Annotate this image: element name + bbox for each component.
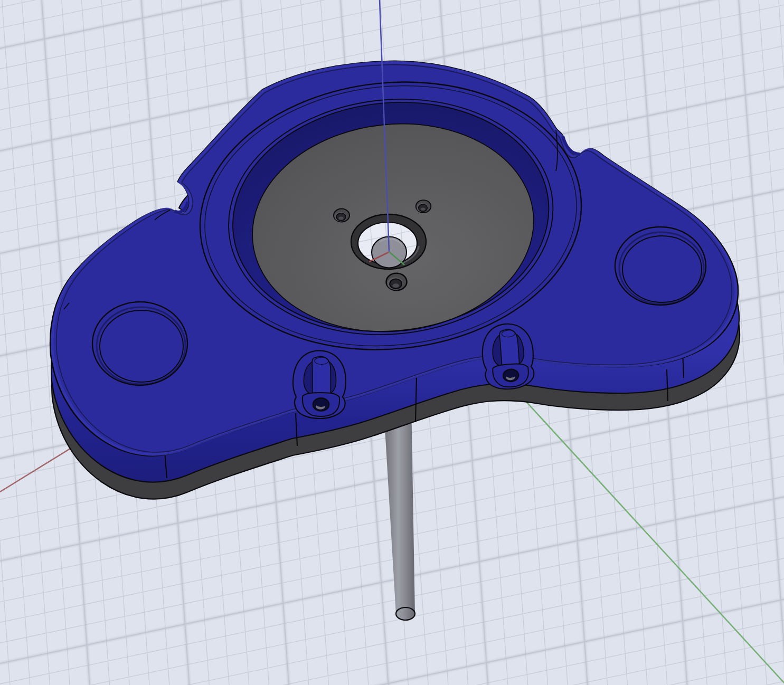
screw-hole-bottom[interactable]: [386, 273, 407, 291]
viewport-canvas[interactable]: [0, 0, 784, 685]
rod-bottom-cap: [396, 607, 415, 620]
screw-hole-right[interactable]: [416, 200, 431, 213]
screw-hole-left[interactable]: [334, 209, 350, 222]
viewport-stage[interactable]: [0, 0, 784, 685]
edge-clip-left[interactable]: [293, 350, 346, 418]
